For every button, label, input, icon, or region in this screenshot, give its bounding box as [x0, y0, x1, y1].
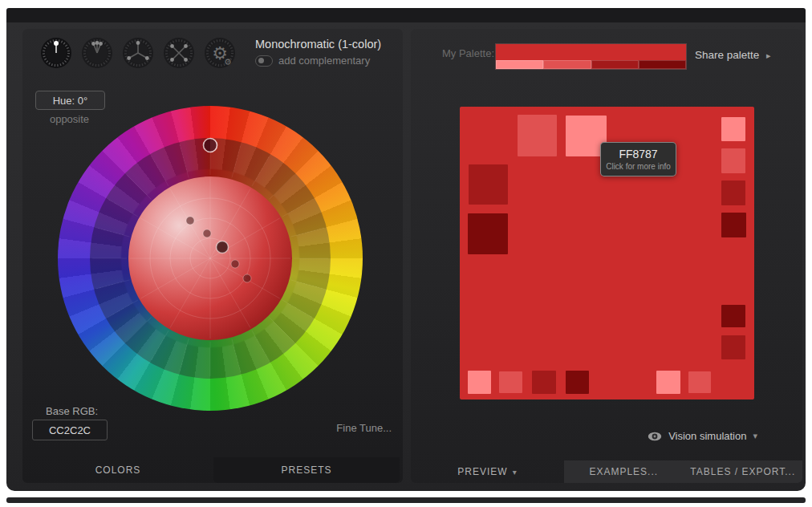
- preview-swatch-medium[interactable]: [688, 371, 711, 393]
- palette-swatch-light[interactable]: [496, 60, 543, 69]
- add-complementary-row[interactable]: add complementary: [255, 55, 370, 67]
- tab-presets[interactable]: PRESETS: [213, 457, 400, 483]
- preview-swatch-medium[interactable]: [721, 148, 745, 173]
- color-tooltip[interactable]: FF8787 Click for more info: [600, 142, 676, 176]
- tab-tables-export[interactable]: TABLES / EXPORT...: [684, 460, 803, 483]
- left-tab-row: COLORS PRESETS: [22, 457, 403, 483]
- top-bar: [6, 8, 806, 22]
- base-rgb-input[interactable]: [32, 420, 108, 440]
- preview-panel: FF8787 Click for more info Vision simula…: [411, 29, 802, 483]
- main-container: ⚙ ⚙ Monochromatic (1-color) add compleme…: [6, 22, 806, 491]
- tab-preview-label: PREVIEW: [457, 466, 507, 477]
- caret-down-icon: ▾: [513, 468, 518, 477]
- page-footer-bar: [6, 497, 806, 503]
- wheel-grid-and-markers: [58, 106, 363, 411]
- preview-canvas[interactable]: FF8787 Click for more info: [460, 107, 754, 400]
- add-complementary-radio[interactable]: [255, 55, 273, 67]
- base-rgb-label: Base RGB:: [46, 405, 98, 417]
- palette-strip[interactable]: [496, 44, 686, 69]
- palette-strip-shades: [496, 60, 686, 69]
- preview-swatch-dark[interactable]: [721, 180, 745, 205]
- eye-icon: [648, 432, 662, 441]
- shade-marker[interactable]: [203, 229, 211, 237]
- preview-swatch-darkest[interactable]: [566, 371, 589, 394]
- share-palette-link[interactable]: Share palette ▸: [695, 49, 771, 61]
- preview-swatch-dark[interactable]: [469, 164, 508, 205]
- scheme-title: Monochromatic (1-color): [255, 38, 381, 51]
- caret-down-icon: ▾: [753, 431, 757, 441]
- tab-colors[interactable]: COLORS: [22, 457, 213, 483]
- preview-swatch-darkest[interactable]: [468, 213, 508, 254]
- preview-swatch-light[interactable]: [468, 371, 491, 394]
- radio-dot-icon: [258, 58, 264, 63]
- vision-simulation-label: Vision simulation: [668, 430, 746, 442]
- fine-tune-link[interactable]: Fine Tune...: [336, 422, 392, 434]
- opposite-label[interactable]: opposite: [35, 113, 104, 125]
- secondary-tab-strip: EXAMPLES... TABLES / EXPORT...: [564, 460, 802, 483]
- preview-swatch-darkest[interactable]: [721, 213, 746, 237]
- hue-marker[interactable]: [204, 139, 217, 152]
- preview-swatch-light[interactable]: [721, 117, 745, 141]
- preview-swatch-medium[interactable]: [518, 115, 557, 156]
- shade-marker[interactable]: [186, 217, 194, 225]
- palette-swatch-darkest[interactable]: [639, 60, 686, 69]
- palette-swatch-medium[interactable]: [543, 60, 591, 69]
- tooltip-hint: Click for more info: [606, 162, 671, 171]
- vision-simulation-control[interactable]: Vision simulation ▾: [648, 430, 757, 442]
- adjacent-knob-icon[interactable]: [81, 37, 113, 69]
- tab-preview[interactable]: PREVIEW ▾: [411, 460, 564, 483]
- preview-swatch-dark[interactable]: [721, 335, 745, 359]
- tab-examples[interactable]: EXAMPLES...: [564, 460, 684, 483]
- add-complementary-label: add complementary: [278, 55, 370, 67]
- shade-marker-main[interactable]: [217, 241, 229, 253]
- triad-knob-icon[interactable]: [122, 37, 154, 69]
- wheel-inner-ring[interactable]: [90, 138, 331, 379]
- freestyle-gear-knob-icon[interactable]: ⚙ ⚙: [204, 37, 236, 69]
- preview-swatch-medium[interactable]: [499, 371, 522, 393]
- arrow-right-icon: ▸: [766, 51, 771, 60]
- preview-swatch-light[interactable]: [656, 371, 680, 394]
- preview-swatch-dark[interactable]: [532, 371, 556, 394]
- svg-text:⚙: ⚙: [224, 57, 232, 67]
- wheel-shade-disc[interactable]: [128, 176, 292, 340]
- scheme-panel: ⚙ ⚙ Monochromatic (1-color) add compleme…: [22, 29, 403, 483]
- tetrad-knob-icon[interactable]: [163, 37, 195, 69]
- shade-marker[interactable]: [243, 274, 251, 282]
- shade-marker[interactable]: [231, 260, 239, 268]
- my-palette-label: My Palette:: [436, 47, 494, 59]
- tooltip-hex-value: FF8787: [619, 148, 657, 160]
- app-stage: ⚙ ⚙ Monochromatic (1-color) add compleme…: [0, 0, 812, 507]
- right-tab-row: PREVIEW ▾ EXAMPLES... TABLES / EXPORT...: [411, 460, 802, 483]
- share-palette-label: Share palette: [695, 49, 759, 61]
- hue-button[interactable]: Hue: 0°: [35, 91, 105, 110]
- preview-swatch-darkest[interactable]: [721, 305, 745, 327]
- monochromatic-knob-icon[interactable]: [40, 37, 72, 69]
- palette-strip-main[interactable]: [496, 44, 686, 60]
- color-wheel[interactable]: [58, 106, 363, 411]
- palette-swatch-dark[interactable]: [591, 60, 639, 69]
- scheme-knob-row: ⚙ ⚙: [40, 37, 236, 69]
